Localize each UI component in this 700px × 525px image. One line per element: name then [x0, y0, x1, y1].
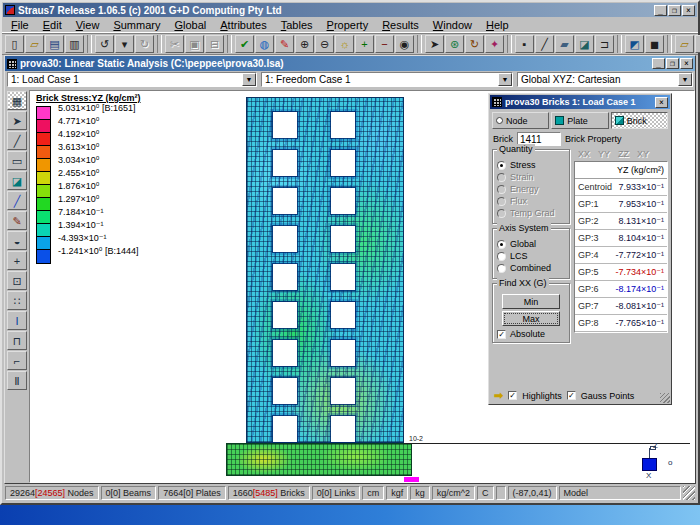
beam-select-icon[interactable]: ╱ [7, 191, 27, 210]
status-panel: (-87,0,41) [508, 486, 557, 500]
open-file-icon[interactable]: ▱ [25, 35, 44, 53]
menu-item-attributes[interactable]: Attributes [213, 19, 273, 31]
node-toggle-icon[interactable]: ▪ [515, 35, 534, 53]
node-select-icon[interactable]: ⊡ [7, 271, 27, 290]
dots-select-icon[interactable]: ∷ [7, 291, 27, 310]
highlights-checkbox[interactable] [508, 391, 517, 400]
window-opening [273, 188, 297, 214]
brush-select-icon[interactable]: ✎ [7, 211, 27, 230]
chevron-down-icon[interactable]: ▼ [678, 73, 692, 86]
absolute-checkbox[interactable] [497, 330, 506, 339]
find-max-button[interactable]: Max [502, 311, 560, 326]
menu-item-view[interactable]: View [69, 19, 107, 31]
section-select-icon[interactable]: Ⅱ [7, 371, 27, 390]
dropdown-select-icon[interactable]: ◒ [7, 231, 27, 250]
model-canvas[interactable]: Brick Stress:YZ (kg/cm²) 5.031×10⁰ [B:16… [29, 90, 695, 483]
ibeam-select-icon[interactable]: I [7, 311, 27, 330]
radio-icon[interactable] [497, 264, 506, 273]
zoom-in-icon[interactable]: ⊕ [295, 35, 314, 53]
axis-option-global[interactable]: Global [497, 239, 565, 249]
rotate-view-icon[interactable]: ↻ [465, 35, 484, 53]
copy-icon[interactable]: ▣ [185, 35, 204, 53]
dialog-title-bar[interactable]: prova30 Bricks 1: Load Case 1 × [490, 95, 670, 109]
beam-toggle-icon[interactable]: ╱ [535, 35, 554, 53]
gauss-points-checkbox[interactable] [567, 391, 576, 400]
property-bar-icon[interactable]: ▮ [695, 35, 700, 53]
line-select-icon[interactable]: ╱ [7, 131, 27, 150]
resize-grip[interactable] [683, 486, 695, 500]
maximize-button[interactable]: ❐ [668, 5, 681, 16]
online-help-icon[interactable]: ◍ [255, 35, 274, 53]
groups-icon[interactable]: ▱ [675, 35, 694, 53]
rect-select-icon[interactable]: ▭ [7, 151, 27, 170]
highlight-icon[interactable]: ☼ [335, 35, 354, 53]
entity-display-icon[interactable]: ✔ [235, 35, 254, 53]
solid-view-icon[interactable]: ◼ [645, 35, 664, 53]
subtract-view-icon[interactable]: − [375, 35, 394, 53]
radio-icon[interactable] [497, 252, 506, 261]
draw-icon[interactable]: ✎ [275, 35, 294, 53]
brick-select-icon[interactable]: ◪ [7, 171, 27, 190]
save-icon[interactable]: ▤ [45, 35, 64, 53]
row-name: GP:2 [578, 216, 599, 226]
radio-icon[interactable] [497, 161, 506, 170]
tab-plate[interactable]: Plate [551, 112, 608, 129]
menu-item-property[interactable]: Property [320, 19, 376, 31]
plate-select-icon[interactable]: ⊓ [7, 331, 27, 350]
child-close-button[interactable]: × [680, 58, 693, 69]
redo-icon[interactable]: ↻ [135, 35, 154, 53]
brick-toggle-icon[interactable]: ◪ [575, 35, 594, 53]
freedom-case-combo[interactable]: 1: Freedom Case 1 ▼ [261, 72, 513, 87]
menu-item-global[interactable]: Global [167, 19, 213, 31]
child-restore-button[interactable]: ❐ [666, 58, 679, 69]
menu-item-help[interactable]: Help [479, 19, 516, 31]
menu-item-summary[interactable]: Summary [106, 19, 167, 31]
tab-node[interactable]: Node [492, 112, 549, 129]
snap-icon[interactable]: ✦ [485, 35, 504, 53]
cut-icon[interactable]: ✂ [165, 35, 184, 53]
corner-select-icon[interactable]: ⌐ [7, 351, 27, 370]
radio-icon[interactable] [497, 240, 506, 249]
chevron-down-icon[interactable]: ▼ [242, 73, 256, 86]
crosshair-icon[interactable]: + [7, 251, 27, 270]
dialog-close-button[interactable]: × [655, 97, 668, 108]
chevron-down-icon[interactable]: ▼ [498, 73, 512, 86]
menu-item-file[interactable]: File [4, 19, 36, 31]
child-minimize-button[interactable]: _ [652, 58, 665, 69]
menu-item-edit[interactable]: Edit [36, 19, 69, 31]
zoom-out-icon[interactable]: ⊖ [315, 35, 334, 53]
table-row: GP:8-7.765×10⁻¹ [575, 315, 667, 332]
menu-item-window[interactable]: Window [426, 19, 479, 31]
title-bar[interactable]: Straus7 Release 1.06.5 (c) 2001 G+D Comp… [3, 3, 697, 17]
menu-item-results[interactable]: Results [375, 19, 426, 31]
undo-icon[interactable]: ↺ [95, 35, 114, 53]
minimize-button[interactable]: _ [654, 5, 667, 16]
plate-toggle-icon[interactable]: ▰ [555, 35, 574, 53]
axis-option-lcs[interactable]: LCS [497, 251, 565, 261]
link-toggle-icon[interactable]: ⊐ [595, 35, 614, 53]
new-file-icon[interactable]: ▯ [5, 35, 24, 53]
coordinate-system-combo[interactable]: Global XYZ: Cartesian ▼ [517, 72, 693, 87]
paste-icon[interactable]: ⊟ [205, 35, 224, 53]
undo-dropdown-icon[interactable]: ▾ [115, 35, 134, 53]
radio-icon [497, 185, 506, 194]
find-min-button[interactable]: Min [502, 294, 560, 309]
resize-grip[interactable] [660, 393, 670, 403]
model-foundation-mesh[interactable] [226, 443, 412, 476]
select-region-icon[interactable]: ▦ [7, 91, 27, 110]
axis-option-combined[interactable]: Combined [497, 263, 565, 273]
brick-model-mesh[interactable] [246, 97, 404, 443]
add-view-icon[interactable]: + [355, 35, 374, 53]
select-pointer-icon[interactable]: ➤ [425, 35, 444, 53]
magnify-icon[interactable]: ◉ [395, 35, 414, 53]
menu-item-tables[interactable]: Tables [274, 19, 320, 31]
child-title-bar[interactable]: prova30: Linear Static Analysis (C:\pepp… [5, 56, 695, 71]
close-button[interactable]: × [682, 5, 695, 16]
contour-icon[interactable]: ◩ [625, 35, 644, 53]
tab-brick[interactable]: Brick [611, 112, 668, 129]
quantity-option-stress[interactable]: Stress [497, 160, 565, 170]
dynamic-view-icon[interactable]: ⊛ [445, 35, 464, 53]
print-icon[interactable]: ▥ [65, 35, 84, 53]
load-case-combo[interactable]: 1: Load Case 1 ▼ [7, 72, 257, 87]
pointer-tool-icon[interactable]: ➤ [7, 111, 27, 130]
